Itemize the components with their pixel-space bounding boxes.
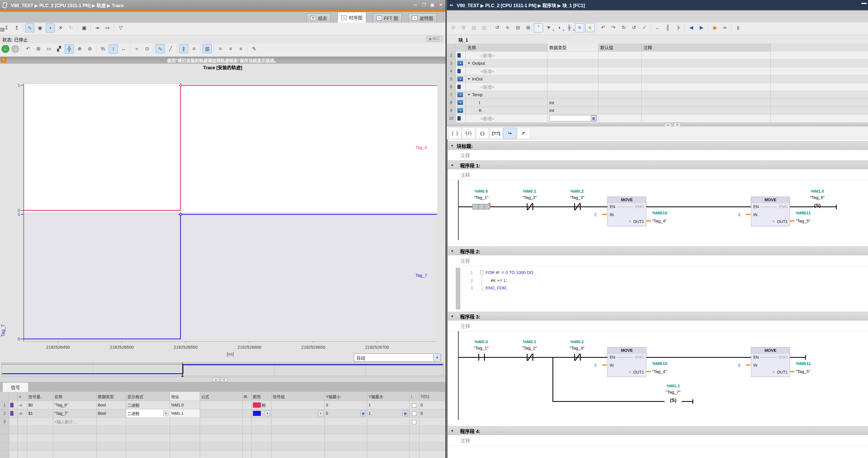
- absolute-operands-icon[interactable]: ▼▾: [544, 23, 553, 32]
- move-box-1[interactable]: MOVE EN ENO IN ✳ OUT1: [608, 347, 646, 377]
- add-row-icon[interactable]: ▥: [479, 23, 489, 32]
- measure-cursor-icon[interactable]: ▥: [203, 44, 212, 53]
- move-box-1[interactable]: MOVE EN ENO IN ✳ OUT1: [608, 197, 646, 226]
- name-cell[interactable]: ▼Temp: [466, 91, 548, 99]
- operand-representation-icon[interactable]: ◑▾: [554, 23, 564, 32]
- chevron-down-icon[interactable]: ▼: [467, 77, 470, 80]
- insert-network-icon[interactable]: ⊞: [448, 23, 458, 32]
- operand-address[interactable]: %MB10: [652, 361, 667, 366]
- name-cell[interactable]: <新增>: [466, 83, 548, 91]
- reset-start-values-icon[interactable]: ↺: [493, 23, 502, 32]
- operand-address[interactable]: %MB11: [796, 210, 811, 215]
- close-branches-icon[interactable]: ╫▾: [565, 23, 574, 32]
- code-line[interactable]: FOR #I := 0 TO 1000 DO: [486, 270, 533, 275]
- consistency-check-icon[interactable]: ↺: [629, 23, 639, 32]
- add-output-icon[interactable]: ✳: [628, 370, 631, 374]
- column-header[interactable]: [9, 392, 18, 401]
- column-header[interactable]: «.: [18, 392, 27, 401]
- column-header[interactable]: 颜色: [252, 392, 272, 401]
- minimize-button[interactable]: —: [413, 2, 417, 7]
- column-header[interactable]: 注释: [642, 44, 771, 52]
- collapse-down-button[interactable]: ▼: [220, 378, 228, 382]
- operand-tag[interactable]: "Tag_5": [796, 219, 810, 223]
- comment-cell[interactable]: [642, 115, 771, 122]
- column-header[interactable]: Y轴最大: [367, 392, 409, 401]
- operand-tag[interactable]: "Tag_4": [652, 369, 667, 374]
- collapse-networks-icon[interactable]: ⊟: [513, 23, 522, 32]
- interface-splitter[interactable]: ▲ ▼: [447, 122, 868, 127]
- set-coil[interactable]: (S): [814, 203, 821, 209]
- default-cell[interactable]: [598, 91, 642, 99]
- know-how-protect-icon[interactable]: ▮: [734, 23, 743, 32]
- fold-toggle[interactable]: −: [480, 270, 484, 275]
- operand-tag[interactable]: "Tag_1": [474, 195, 489, 200]
- stop-trace-icon[interactable]: ▪: [46, 24, 55, 33]
- keep-actual-values-icon[interactable]: ≡: [503, 23, 512, 32]
- network-3-header[interactable]: ▼ 程序段 3: .....: [448, 312, 868, 321]
- zoom-100-icon[interactable]: %: [98, 45, 107, 54]
- insert-row-icon[interactable]: ▤: [469, 23, 478, 32]
- name-cell[interactable]: ▼Output: [466, 60, 548, 67]
- network-1-comment[interactable]: 注释: [448, 169, 868, 180]
- ymax-table-button[interactable]: ▦: [403, 410, 408, 416]
- datatype-cell[interactable]: [548, 67, 598, 75]
- network-2-header[interactable]: ▼ 程序段 2: .....: [448, 247, 868, 255]
- repeat-measurement-icon[interactable]: ↻: [66, 23, 75, 32]
- move-box-2[interactable]: MOVE EN ENO IN ✳ OUT1: [751, 197, 790, 226]
- zoom-out-icon[interactable]: ⊖: [85, 44, 94, 53]
- y-100-checkbox[interactable]: [412, 412, 416, 416]
- add-to-measurements-icon[interactable]: ↠: [93, 23, 102, 32]
- delete-network-icon[interactable]: ⊠: [459, 23, 468, 32]
- tab-time-diagram[interactable]: ∿时序图: [338, 12, 366, 23]
- comment-cell[interactable]: [642, 83, 771, 91]
- group-dropdown-button[interactable]: ▼: [318, 410, 323, 416]
- jump-previous-icon[interactable]: ◀: [687, 23, 696, 32]
- network-1-header[interactable]: ▼ 程序段 1: .....: [448, 161, 868, 169]
- test-monitor-icon[interactable]: ∞: [720, 23, 730, 32]
- display-settings-icon[interactable]: ▤: [0, 25, 7, 34]
- zoom-dynamic-icon[interactable]: ▞: [54, 44, 63, 53]
- name-cell[interactable]: <新增>: [466, 115, 548, 122]
- move-view-icon[interactable]: ╬: [65, 45, 74, 54]
- in-constant[interactable]: 2: [594, 212, 596, 217]
- operand-address[interactable]: %M0.2: [570, 189, 584, 194]
- operand-tag[interactable]: "Tag_5": [796, 369, 810, 374]
- zoom-area-icon[interactable]: ▭: [44, 44, 53, 53]
- column-header[interactable]: 数据类型: [548, 44, 598, 52]
- column-header[interactable]: 数据类型: [97, 392, 126, 401]
- monitor-trace-icon[interactable]: ∿: [25, 23, 34, 32]
- tab-bode[interactable]: ∿波特图: [408, 13, 437, 23]
- tab-signals[interactable]: 信号: [2, 382, 29, 392]
- comment-cell[interactable]: [642, 99, 771, 107]
- datatype-cell[interactable]: [548, 91, 598, 99]
- expand-networks-icon[interactable]: ⊞: [524, 23, 533, 32]
- operand-address[interactable]: %M0.0: [475, 189, 488, 194]
- column-header[interactable]: 显示格式: [126, 392, 170, 401]
- annotate-pen-icon[interactable]: ✎: [249, 44, 259, 53]
- default-cell[interactable]: [598, 52, 642, 60]
- y-100-checkbox[interactable]: [412, 403, 416, 408]
- nc-contact-bar[interactable]: [580, 354, 581, 361]
- network-sequence-icon[interactable]: ≡: [575, 23, 584, 32]
- operand-address[interactable]: %M0.0: [475, 339, 488, 344]
- chevron-down-icon[interactable]: ▼: [451, 429, 454, 432]
- network-1-lad[interactable]: %M0.0 "Tag_1" %M0.1 "Tag_2" %M0.2 "Tag_3…: [448, 180, 868, 247]
- split-vertical-icon[interactable]: ∥: [179, 44, 188, 53]
- add-output-icon[interactable]: ✳: [628, 220, 631, 223]
- align-center-icon[interactable]: ≡: [226, 45, 235, 54]
- in-constant[interactable]: 2: [594, 363, 596, 368]
- chevron-down-icon[interactable]: ▼: [451, 249, 454, 253]
- column-header[interactable]: ⊞.: [243, 392, 252, 401]
- tab-fft[interactable]: ∿FFT 图: [373, 13, 402, 23]
- color-dropdown-button[interactable]: ▼: [265, 410, 270, 416]
- column-header[interactable]: [0, 392, 9, 401]
- chevron-down-icon[interactable]: ▼: [451, 315, 454, 318]
- column-header[interactable]: 名称: [466, 44, 548, 52]
- datatype-cell[interactable]: [548, 60, 598, 67]
- operand-tag[interactable]: "Tag_2": [522, 195, 537, 200]
- default-cell[interactable]: [598, 75, 642, 83]
- time-alignment-icon[interactable]: ⊙: [143, 44, 152, 53]
- previous-error-icon[interactable]: ↶: [598, 23, 608, 32]
- datatype-input[interactable]: ▦: [549, 115, 596, 121]
- compile-icon[interactable]: ✓: [640, 23, 649, 32]
